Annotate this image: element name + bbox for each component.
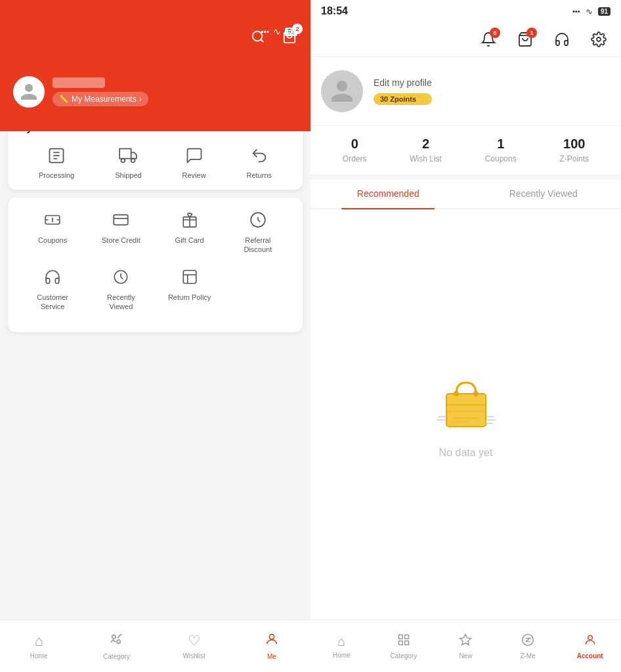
- svg-rect-10: [183, 270, 196, 284]
- user-info: 📏 My Measurements ›: [53, 77, 148, 106]
- wishlist-value: 2: [422, 136, 429, 152]
- wifi-icon-right: ∿: [586, 7, 593, 16]
- service-referral[interactable]: Referral Discount: [232, 208, 284, 255]
- service-recently-viewed[interactable]: Recently Viewed: [95, 265, 147, 312]
- orders-value: 0: [351, 136, 358, 152]
- notification-button[interactable]: 8: [477, 28, 500, 51]
- nav-me[interactable]: Me: [233, 620, 310, 672]
- order-review[interactable]: Review: [182, 144, 206, 179]
- cart-button[interactable]: 2: [279, 26, 300, 47]
- rnav-zme-label: Z-Me: [520, 652, 535, 660]
- rnav-category[interactable]: Category: [373, 620, 435, 672]
- gift-card-icon: [178, 208, 202, 232]
- wishlist-label: Wish List: [410, 154, 442, 163]
- me-icon: [265, 632, 279, 650]
- store-credit-icon: [109, 208, 133, 232]
- service-coupons[interactable]: Coupons: [26, 208, 79, 255]
- rnav-new-label: New: [459, 652, 472, 660]
- time-display: 18:54: [321, 5, 348, 17]
- profile-info: Edit my profile 30 Zpoints: [374, 77, 432, 105]
- customer-service-label: Customer Service: [26, 293, 79, 312]
- my-measurements-button[interactable]: 📏 My Measurements ›: [53, 92, 148, 106]
- settings-button[interactable]: [587, 28, 610, 51]
- rnav-account[interactable]: Account: [559, 620, 621, 672]
- nav-category[interactable]: Category: [77, 620, 155, 672]
- service-customer-service[interactable]: Customer Service: [26, 265, 79, 312]
- tab-recently-viewed[interactable]: Recently Viewed: [466, 179, 622, 208]
- rnav-home-label: Home: [333, 652, 351, 659]
- coupon-icon: [41, 208, 64, 232]
- orders-label: Orders: [343, 154, 367, 163]
- notif-badge: 8: [490, 28, 500, 38]
- svg-point-12: [117, 640, 121, 644]
- nav-home-label: Home: [30, 652, 48, 660]
- referral-label: Referral Discount: [232, 236, 284, 255]
- nav-home[interactable]: ⌂ Home: [0, 620, 77, 672]
- return-policy-label: Return Policy: [168, 293, 211, 302]
- search-button[interactable]: [247, 26, 268, 47]
- user-row: 📏 My Measurements ›: [13, 76, 148, 108]
- order-shipped[interactable]: Shipped: [115, 144, 141, 179]
- right-status-bar: 18:54 ▪▪▪ ∿ 91: [310, 0, 621, 22]
- rnav-home[interactable]: ⌂ Home: [310, 620, 373, 672]
- zpoints-badge: 30 Zpoints: [374, 93, 432, 105]
- processing-label: Processing: [39, 171, 74, 179]
- chevron-right-icon: ›: [139, 94, 142, 104]
- service-store-credit[interactable]: Store Credit: [95, 208, 147, 255]
- service-gift-card[interactable]: Gift Card: [163, 208, 216, 255]
- avatar-large: [321, 70, 363, 112]
- stat-coupons[interactable]: 1 Coupons: [485, 136, 517, 163]
- svg-point-20: [473, 391, 479, 396]
- bottom-nav-left: ⌂ Home Category ♡ Wishlist Me: [0, 620, 310, 672]
- svg-point-4: [131, 159, 135, 163]
- zpoints-label: Z-Points: [559, 154, 589, 163]
- stat-orders[interactable]: 0 Orders: [343, 136, 367, 163]
- rnav-account-icon: [584, 633, 597, 650]
- rnav-new[interactable]: New: [435, 620, 497, 672]
- rnav-zme[interactable]: Z-Me: [497, 620, 559, 672]
- svg-point-13: [269, 635, 274, 639]
- services-card: Coupons Store Credit Gift Card: [8, 198, 303, 332]
- svg-rect-28: [398, 635, 402, 639]
- stat-zpoints[interactable]: 100 Z-Points: [559, 136, 589, 163]
- svg-point-15: [597, 37, 601, 41]
- left-panel: ▪▪▪ ∿ 91 2 📏 My Measurements: [0, 0, 310, 672]
- support-button[interactable]: [550, 28, 574, 51]
- processing-icon: [45, 144, 68, 167]
- right-top-actions: 8 1: [310, 22, 621, 57]
- shipped-label: Shipped: [115, 171, 141, 179]
- zpoints-value: 100: [563, 136, 585, 152]
- service-return-policy[interactable]: Return Policy: [163, 265, 216, 312]
- cart-button-right[interactable]: 1: [513, 28, 537, 51]
- rnav-zme-icon: [521, 633, 534, 650]
- signal-icon-right: ▪▪▪: [572, 7, 580, 15]
- tab-recommended[interactable]: Recommended: [310, 179, 466, 208]
- tabs-row: Recommended Recently Viewed: [310, 179, 621, 209]
- returns-icon: [247, 144, 271, 167]
- stat-wishlist[interactable]: 2 Wish List: [410, 136, 442, 163]
- category-icon: [109, 632, 123, 650]
- recently-viewed-icon: [109, 265, 133, 289]
- order-returns[interactable]: Returns: [246, 144, 272, 179]
- order-processing[interactable]: Processing: [39, 144, 74, 179]
- stats-row: 0 Orders 2 Wish List 1 Coupons 100 Z-Poi…: [310, 125, 621, 174]
- review-label: Review: [182, 171, 206, 179]
- right-status-icons: ▪▪▪ ∿ 91: [572, 7, 610, 16]
- services-row-2: Customer Service Recently Viewed Return …: [18, 265, 292, 312]
- right-panel: 18:54 ▪▪▪ ∿ 91 8 1 Edit my profile 30: [310, 0, 621, 672]
- left-header: ▪▪▪ ∿ 91 2 📏 My Measurements: [0, 0, 310, 131]
- cart-badge-right: 1: [526, 28, 537, 38]
- no-data-section: No data yet: [310, 209, 621, 620]
- gift-card-label: Gift Card: [175, 236, 204, 245]
- battery-right: 91: [598, 7, 610, 16]
- review-icon: [182, 144, 206, 167]
- coupons-label: Coupons: [485, 154, 517, 163]
- orders-grid: Processing Shipped Review: [18, 144, 292, 179]
- recently-viewed-label: Recently Viewed: [95, 293, 147, 312]
- nav-category-label: Category: [103, 653, 130, 660]
- cart-badge: 2: [292, 24, 303, 34]
- nav-wishlist[interactable]: ♡ Wishlist: [156, 620, 233, 672]
- edit-profile-button[interactable]: Edit my profile: [374, 77, 432, 88]
- avatar-small: [13, 76, 45, 108]
- no-data-text: No data yet: [439, 447, 493, 459]
